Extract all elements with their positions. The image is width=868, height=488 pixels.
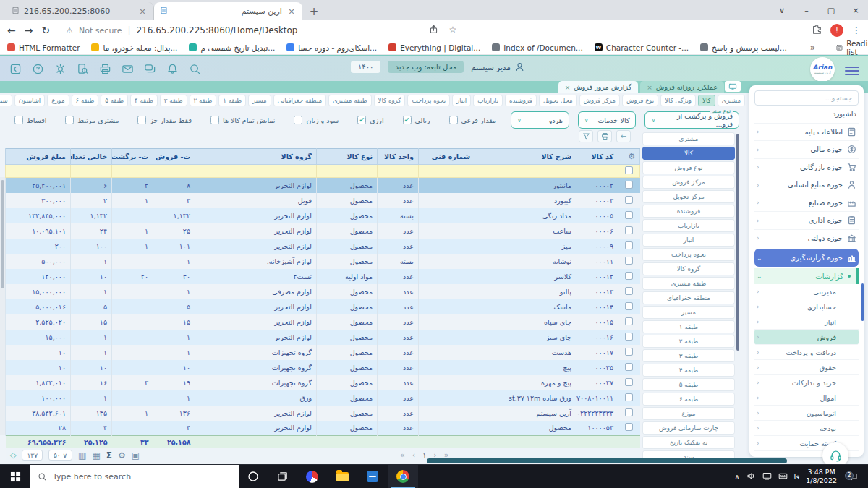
tab-close-icon[interactable]: × <box>137 7 148 17</box>
sidebar-item-حوزه صنایع[interactable]: حوزه صنایع‹ <box>754 194 859 213</box>
table-row[interactable]: ۰۰۰۰۹میزعددمحصوللوازم التحریر۱۰۱۱۱۰۰۲۰۰ <box>6 239 640 254</box>
row-checkbox[interactable] <box>625 378 633 386</box>
filter-chip[interactable]: طبقه ۱ <box>218 95 246 106</box>
export-copy-icon[interactable]: ▣ <box>132 450 140 461</box>
bookmark-item[interactable]: WCharacter Counter -... <box>595 43 689 52</box>
dimension-item[interactable]: کالا <box>642 147 735 160</box>
filter-cell[interactable] <box>378 165 419 178</box>
filter-chip[interactable]: مسیر <box>248 95 271 106</box>
minimize-button[interactable]: – <box>794 6 819 15</box>
filter-cell[interactable] <box>195 165 317 178</box>
taskbar-app-chrome[interactable] <box>388 465 418 488</box>
row-select-cell[interactable] <box>618 314 640 330</box>
column-header[interactable]: کد کالا <box>576 149 618 165</box>
doc-type-dropdown[interactable]: نوع سند فروش و برگشت از فرو... ∨ <box>644 111 739 129</box>
url-text[interactable]: 216.65.200.225:8060/Home/Desktop <box>136 25 297 35</box>
back-icon[interactable]: ← <box>7 25 16 36</box>
filter-checkbox[interactable]: سود و زیان <box>294 116 339 124</box>
table-row[interactable]: ۰۰۰۰۳کیبوردعددمحصولفویل۳۱۲۳۰۰,۰۰۰ <box>6 193 640 208</box>
filter-chip[interactable]: طبقه ۴ <box>130 95 158 106</box>
row-select-cell[interactable] <box>618 360 640 375</box>
menu-hamburger-icon[interactable] <box>845 64 859 77</box>
filter-funnel-button[interactable] <box>579 130 593 142</box>
row-select-cell[interactable] <box>618 375 640 390</box>
filter-checkbox[interactable]: مشتری مرتبط <box>65 116 119 124</box>
checkbox-box[interactable] <box>14 116 23 124</box>
bookmark-item[interactable]: پدال: مجله خودرو، ما... <box>91 43 177 52</box>
filter-chip[interactable]: انبار <box>452 95 471 106</box>
filter-chip[interactable]: طبقه ۵ <box>101 95 128 106</box>
checkbox-box[interactable] <box>65 116 74 124</box>
sidebar-item-فروش[interactable]: فروش‹ <box>754 330 859 345</box>
table-row[interactable]: ۰۰۰۰۲مانیتورعددمحصوللوازم التحریر۸۲۶۲۵,۲… <box>6 178 640 193</box>
column-settings-header[interactable]: ⚙ <box>618 149 640 165</box>
row-select-cell[interactable] <box>618 269 640 284</box>
fiscal-year-badge[interactable]: ۱۴۰۰ <box>351 61 380 73</box>
bookmark-item[interactable]: اسکای‌روم - دوره حسا... <box>286 43 377 52</box>
sidebar-item-مدیریتی[interactable]: مدیریتی‹ <box>754 284 859 299</box>
dimension-item[interactable]: گروه کالا <box>642 262 735 275</box>
row-checkbox[interactable] <box>625 241 633 249</box>
filter-chip[interactable]: طبقه ۲ <box>190 95 217 106</box>
prev-page-icon[interactable]: ‹ <box>412 450 415 460</box>
row-select-cell[interactable] <box>618 239 640 254</box>
table-row[interactable]: ۰۰۰۲۷پیچ و مهرهعددمحصولگروه تجهیزات۱۹۳۱۶… <box>6 375 640 390</box>
row-checkbox[interactable] <box>625 317 633 325</box>
browser-tab-1[interactable]: 216.65.200.225:8060 × <box>6 2 154 20</box>
task-view-button[interactable] <box>268 465 297 488</box>
table-row[interactable]: ۰۰۰۱۶چای سبزعددمحصوللوازم التحریر۱۱۱۵,۰۰… <box>6 330 640 345</box>
row-select-cell[interactable] <box>618 208 640 223</box>
filter-chip[interactable]: فروشنده <box>505 95 537 106</box>
dimension-item[interactable]: مرکز فروش <box>642 176 735 189</box>
filter-cell[interactable] <box>317 165 378 178</box>
dimension-item[interactable]: طبقه ۶ <box>642 393 735 406</box>
layout-grid-icon[interactable]: ▦ <box>92 450 100 461</box>
table-row[interactable]: ۰۰۰۱۲کلاسرعددمواد اولیهتست۲۳۰۲۰۱۰۱۲۰,۰۰۰ <box>6 269 640 284</box>
filter-chip[interactable]: سند <box>0 95 12 106</box>
dimension-item[interactable]: طبقه ۲ <box>642 335 735 348</box>
dimension-item[interactable]: موزع <box>642 407 735 420</box>
reload-icon[interactable]: ↻ <box>41 25 50 36</box>
column-settings-icon[interactable]: ⚙ <box>628 152 635 161</box>
arian-logo[interactable]: Arian آرین سیستم <box>810 57 835 82</box>
row-checkbox[interactable] <box>625 196 633 204</box>
dimension-item[interactable]: بازاریاب <box>642 219 735 232</box>
forward-icon[interactable]: → <box>25 25 33 36</box>
sidebar-item-حسابداری[interactable]: حسابداری‹ <box>754 299 859 314</box>
column-header[interactable]: نوع کالا <box>317 149 378 165</box>
sidebar-scrollbar[interactable] <box>861 283 864 321</box>
close-button[interactable]: × <box>843 6 868 15</box>
dimension-item[interactable]: طبقه ۱ <box>642 320 735 333</box>
omnibox[interactable]: ⚠ Not secure | 216.65.200.225:8060/Home/… <box>59 23 464 38</box>
filter-checkbox[interactable]: ریالی✔ <box>403 116 430 124</box>
browser-menu-icon[interactable]: ⋮ <box>852 25 861 35</box>
table-row[interactable]: ۰۰۰۱۳پالتوعددمحصوللوازم مصرفی۱۱۱۵,۰۰۰,۰۰… <box>6 284 640 299</box>
bookmark-item[interactable]: لیست پرسش و پاسخ... <box>700 43 787 52</box>
select-all-checkbox[interactable] <box>625 166 633 174</box>
taskbar-clock[interactable]: 3:48 PM 1/8/2022 <box>806 468 837 485</box>
sidebar-item-گزارشات[interactable]: گزارشات⌄ <box>754 268 859 284</box>
extensions-icon[interactable] <box>812 25 822 37</box>
filter-checkbox[interactable]: اقساط <box>14 116 46 124</box>
table-row[interactable]: ۰۰۷۰۰۸۰۱۰۰۱۱ورق ساده st.۳۷ ۱۲mعددمحصولور… <box>6 390 640 406</box>
row-checkbox[interactable] <box>625 226 633 234</box>
table-row[interactable]: ۰۰۰۰۶ساعتعددمحصوللوازم التحریر۲۵۱۲۴۱۰,۰۹… <box>6 223 640 239</box>
filter-chip[interactable]: مرکز فروش <box>579 95 620 106</box>
row-checkbox[interactable] <box>625 363 633 371</box>
start-button[interactable] <box>0 465 30 488</box>
goods-services-dropdown[interactable]: کالا-خدمات ∨ <box>578 111 637 129</box>
tab-close-icon[interactable]: × <box>286 7 297 17</box>
row-checkbox[interactable] <box>625 211 633 219</box>
back-arrow-button[interactable]: ← <box>616 130 631 142</box>
tab-search-icon[interactable]: ∨ <box>770 6 794 15</box>
sidebar-search-input[interactable] <box>754 90 859 106</box>
sidebar-item-حوزه بازرگانی[interactable]: حوزه بازرگانی‹ <box>754 159 859 177</box>
sidebar-item-انبار[interactable]: انبار‹ <box>754 314 859 330</box>
table-row[interactable]: ۰۰۰۰۵مداد رنگیبستهمحصوللوازم التحریر۱,۱۳… <box>6 208 640 223</box>
dimension-item[interactable]: به تفکیک تاریخ <box>642 436 735 449</box>
bookmark-item[interactable]: Index of /Documen... <box>492 43 583 52</box>
row-select-cell[interactable] <box>618 345 640 360</box>
filter-chip[interactable]: مشتری <box>718 95 745 106</box>
dimension-item[interactable]: نوع فروش <box>642 161 735 174</box>
row-select-cell[interactable] <box>618 330 640 345</box>
